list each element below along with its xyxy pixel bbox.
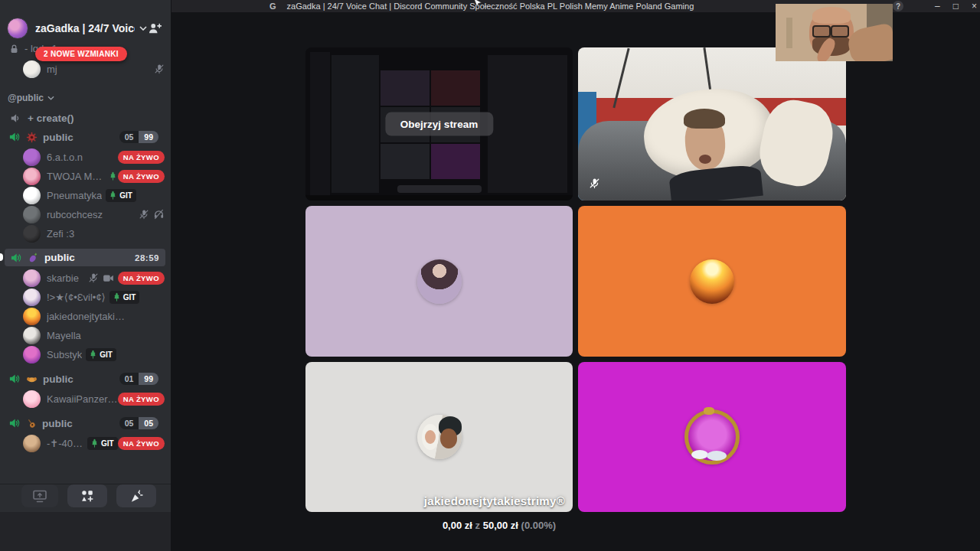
speaker-icon [9,112,21,124]
camera-on-icon [103,273,114,283]
voice-member-row[interactable]: 6.a.t.o.nNA ŻYWO [23,148,165,166]
voice-member-row[interactable]: -✝-40oz-✝-GITNA ŻYWO [23,434,165,452]
member-name: Substyk [47,349,82,360]
voice-speaker-icon [8,417,21,429]
video-tile-magenta[interactable] [578,362,846,512]
member-name: KawaiiPanzerGirl... [47,393,118,405]
live-badge: NA ŻYWO [118,272,165,285]
redgear-icon [26,132,38,143]
pip-webcam-overlay[interactable] [776,4,893,61]
help-button[interactable]: ? [893,1,903,11]
voice-channel-row[interactable]: public0199 [8,370,165,387]
create-channel-label: + create() [28,112,74,124]
mouse-cursor-icon [473,0,482,13]
goal-separator: z [475,520,481,531]
member-count-badge: 0599 [119,131,158,143]
video-tile-offwhite[interactable]: jakiedonejtytakiestrimy® [305,362,573,512]
maximize-button[interactable]: □ [953,1,959,11]
avatar [23,206,41,223]
goal-percent: (0.00%) [521,520,557,531]
member-name: skarbie [47,272,79,284]
voice-member-row[interactable]: skarbieNA ŻYWO [23,269,165,287]
voice-member-row[interactable]: Zefi :3 [23,224,165,243]
avatar-gold-frame [684,409,740,465]
git-badge: GIT [87,437,118,450]
channel-name: public [42,418,73,429]
avatar [23,289,41,306]
git-badge: GIT [86,348,116,361]
voice-member-row[interactable]: jakiedonejtytakiestrimyxD [23,307,165,325]
goal-target: 50,00 zł [483,520,518,531]
close-button[interactable]: × [972,1,977,11]
voice-member-row[interactable]: rubcochcesz [23,205,165,223]
watch-stream-button[interactable]: Obejrzyj stream [385,112,493,136]
member-name: -✝-40oz-✝- [47,438,83,449]
window-title: zaGadka | 24/7 Voice Chat | Discord Comm… [287,2,694,11]
category-header[interactable]: @public [8,93,54,103]
new-mentions-badge[interactable]: 2 NOWE WZMIANKI [35,47,127,61]
server-header[interactable]: zaGadka | 24/7 Voice C... [0,17,171,40]
voice-speaker-icon [8,373,21,385]
mic-muted-icon [589,178,600,192]
member-name: Zefi :3 [47,228,74,240]
weed-icon [112,292,122,302]
avatar-couple [417,415,462,459]
croissant-icon [26,374,38,384]
soundboard-button[interactable] [116,484,156,507]
stream-watermark: jakiedonejtytakiestrimy® [424,494,565,507]
create-channel-row[interactable]: + create() [9,109,74,126]
browser-globe-icon: G [270,2,276,11]
weed-icon [90,439,100,448]
minimize-button[interactable]: – [935,1,940,11]
chevron-down-icon [47,96,54,100]
donation-goal: 0,00 zł z 50,00 zł (0.00%) [172,520,827,531]
voice-member-row[interactable]: !>★⟨¢•Ɛvil•¢⟩GIT [23,288,165,306]
video-tile-lavender[interactable] [305,206,573,357]
member-name: rubcochcesz [47,209,103,220]
member-count-badge: 0199 [119,373,158,385]
activities-button[interactable] [67,484,107,507]
category-label: @public [8,93,44,103]
voice-member-row[interactable]: SubstykGIT [23,345,165,364]
avatar [23,187,41,204]
avatar [23,269,41,287]
voice-speaker-icon [8,131,21,143]
voice-member-row[interactable]: Mayella [23,326,165,344]
git-badge: GIT [106,189,136,202]
deafened-icon [153,209,165,220]
avatar-woman-curly-hair [417,259,462,304]
git-badge: GIT [109,291,140,304]
voice-channel-row[interactable]: public0505 [8,415,165,432]
lock-icon [9,44,19,54]
video-tile-orange[interactable] [578,206,846,357]
eggplant-icon [28,252,39,263]
share-screen-button[interactable] [21,484,58,507]
member-name: mj [47,64,57,75]
avatar [23,327,41,344]
mic-muted-icon [88,272,99,283]
avatar [23,60,41,78]
avatar [23,346,41,364]
avatar-sunset [690,259,734,304]
live-badge: NA ŻYWO [118,151,165,164]
member-count-badge: 0505 [119,417,158,429]
chevron-down-icon [139,26,147,31]
channel-name: public [43,132,74,143]
weed-icon [108,171,118,181]
user-panel: kiedonejtytak... ewidoczny [0,512,171,551]
voice-member-row[interactable]: mj [23,60,165,78]
invite-people-icon[interactable] [148,22,162,34]
weed-icon [108,191,118,201]
voice-member-row[interactable]: PneumatykaGIT [23,186,165,204]
mic-muted-icon [139,209,149,220]
stream-preview-tile[interactable]: Obejrzyj stream [305,47,573,201]
live-badge: NA ŻYWO [118,437,165,450]
voice-member-row[interactable]: TWOJA MATKANA ŻYWO [23,167,165,185]
voice-channel-row[interactable]: public28:59 [5,249,165,266]
voice-member-row[interactable]: KawaiiPanzerGirl...NA ŻYWO [23,390,165,408]
video-tile-webcam-bed[interactable] [578,47,846,201]
voice-channel-row[interactable]: public0599 [8,129,165,145]
server-icon [7,18,28,39]
member-name: TWOJA MATKA [47,171,104,182]
voice-timer: 28:59 [135,253,159,262]
